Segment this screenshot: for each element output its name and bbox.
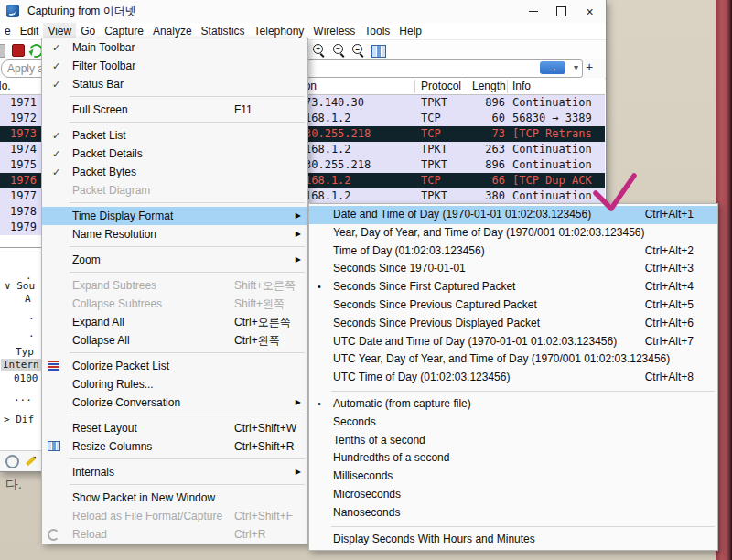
view-menu-item[interactable]: ✓ ▶ bbox=[42, 199, 307, 207]
view-menu-item[interactable]: ✓ Colorize Conversation ▶ bbox=[42, 393, 307, 412]
add-filter-button[interactable]: + bbox=[586, 59, 593, 74]
column-header-no[interactable]: No. bbox=[0, 80, 11, 92]
time-format-menu-item[interactable]: • Time of Day (01:02:03.123456) Ctrl+Alt… bbox=[309, 242, 717, 261]
view-menu-item[interactable]: ✓ ▶ bbox=[42, 93, 307, 101]
stop-capture-icon[interactable] bbox=[12, 44, 25, 57]
detail-fragment[interactable]: ∨ Sou bbox=[5, 280, 35, 292]
zoom-in-icon[interactable]: + bbox=[312, 44, 327, 59]
menubar-item[interactable]: Edit bbox=[16, 23, 44, 39]
zoom-out-icon[interactable]: − bbox=[332, 44, 347, 59]
menu-item-label: Full Screen bbox=[72, 103, 128, 116]
menubar-item[interactable]: Wireless bbox=[308, 23, 360, 39]
view-menu-item[interactable]: ✓ Reset Layout Ctrl+Shift+W ▶ bbox=[42, 419, 307, 437]
view-menu-item[interactable]: ✓ Coloring Rules... ▶ bbox=[42, 375, 307, 393]
time-format-menu-item[interactable]: • UTC Year, Day of Year, and Time of Day… bbox=[309, 350, 717, 369]
capture-comment-icon[interactable] bbox=[26, 457, 36, 466]
check-icon: ✓ bbox=[52, 38, 60, 57]
reload-icon bbox=[48, 529, 59, 541]
view-menu-item[interactable]: ✓ ▶ bbox=[42, 269, 307, 276]
time-format-menu-item[interactable]: • Milliseconds bbox=[309, 468, 717, 486]
time-format-menu-item[interactable]: • Seconds Since Previous Displayed Packe… bbox=[309, 315, 717, 333]
menubar-item[interactable]: Tools bbox=[360, 23, 394, 39]
view-menu-item[interactable]: ✓ Packet Bytes ▶ bbox=[42, 163, 307, 181]
menubar-item[interactable]: e bbox=[0, 23, 16, 39]
view-menu-item[interactable]: ✓ Reload as File Format/Capture Ctrl+Shi… bbox=[42, 507, 307, 525]
view-menu-item[interactable]: ✓ Zoom ▶ bbox=[42, 251, 307, 269]
time-format-menu-item[interactable]: • bbox=[309, 387, 717, 395]
view-menu-item[interactable]: ✓ ▶ bbox=[42, 350, 307, 357]
time-format-menu-item[interactable]: • Microseconds bbox=[309, 486, 717, 504]
time-format-menu-item[interactable]: • Seconds Since 1970-01-01 Ctrl+Alt+3 bbox=[309, 260, 717, 278]
packet-protocol: TCP bbox=[421, 173, 441, 188]
view-menu-item[interactable]: ✓ Colorize Packet List ▶ bbox=[42, 357, 307, 375]
time-format-menu-item[interactable]: • bbox=[309, 522, 717, 531]
menu-item-shortcut: Shift+왼쪽 bbox=[234, 295, 285, 313]
view-menu-item[interactable]: ✓ Expand Subtrees Shift+오른쪽 ▶ bbox=[42, 276, 307, 295]
view-menu-item[interactable]: ✓ ▶ bbox=[42, 243, 307, 251]
apply-filter-button[interactable]: → bbox=[540, 61, 565, 74]
time-format-menu-item[interactable]: • Seconds Since First Captured Packet Ct… bbox=[309, 278, 717, 296]
view-menu-item[interactable]: ✓ Main Toolbar ▶ bbox=[42, 38, 307, 57]
resize-columns-icon[interactable] bbox=[371, 45, 386, 58]
view-menu-item[interactable]: ✓ Expand All Ctrl+오른쪽 ▶ bbox=[42, 313, 307, 331]
minimize-button[interactable] bbox=[519, 0, 547, 23]
expert-info-icon[interactable] bbox=[5, 455, 19, 468]
view-menu-item[interactable]: ✓ Time Display Format ▶ bbox=[42, 207, 307, 225]
packet-info: Continuation bbox=[512, 157, 592, 173]
view-menu-item[interactable]: ✓ ▶ bbox=[42, 119, 307, 126]
detail-fragment[interactable]: . bbox=[28, 328, 35, 339]
packet-length: 380 bbox=[458, 188, 505, 204]
detail-fragment[interactable]: A bbox=[25, 293, 31, 305]
view-menu-item[interactable]: ✓ Collapse All Ctrl+왼쪽 ▶ bbox=[42, 331, 307, 350]
detail-fragment[interactable]: Typ bbox=[16, 346, 34, 358]
view-menu-item[interactable]: ✓ Name Resolution ▶ bbox=[42, 225, 307, 243]
detail-fragment[interactable]: ... bbox=[14, 392, 32, 404]
time-format-menu-item[interactable]: • Year, Day of Year, and Time of Day (19… bbox=[309, 224, 717, 242]
maximize-button[interactable] bbox=[547, 0, 576, 23]
menu-item-label: Packet Diagram bbox=[72, 184, 150, 197]
view-menu-item[interactable]: ✓ Show Packet in New Window ▶ bbox=[42, 489, 307, 507]
view-menu-item[interactable]: ✓ Packet Diagram ▶ bbox=[42, 181, 307, 199]
time-format-menu-item[interactable]: • Automatic (from capture file) bbox=[309, 395, 717, 414]
time-format-menu-item[interactable]: • Date and Time of Day (1970-01-01 01:02… bbox=[309, 206, 717, 224]
view-menu-item[interactable]: ✓ Resize Columns Ctrl+Shift+R ▶ bbox=[42, 437, 307, 456]
column-header-length[interactable]: Length bbox=[472, 80, 506, 92]
zoom-original-icon[interactable]: = bbox=[351, 44, 366, 59]
view-menu-item[interactable]: ✓ Packet List ▶ bbox=[42, 126, 307, 145]
view-menu-item[interactable]: ✓ ▶ bbox=[42, 456, 307, 463]
detail-fragment[interactable]: 0100 bbox=[14, 372, 38, 384]
menu-item-label: Main Toolbar bbox=[72, 41, 135, 54]
column-header-info[interactable]: Info bbox=[512, 80, 531, 92]
menu-item-shortcut: Ctrl+Alt+5 bbox=[645, 296, 694, 315]
view-menu-item[interactable]: ✓ Status Bar ▶ bbox=[42, 75, 307, 93]
filter-dropdown-caret-icon[interactable]: ▾ bbox=[574, 62, 578, 72]
menu-item-label: Nanoseconds bbox=[333, 506, 400, 519]
time-format-menu-item[interactable]: • Nanoseconds bbox=[309, 504, 717, 522]
detail-fragment[interactable]: . bbox=[28, 310, 35, 322]
view-menu-item[interactable]: ✓ Reload Ctrl+R ▶ bbox=[42, 525, 307, 544]
time-format-menu-item[interactable]: • Seconds Since Previous Captured Packet… bbox=[309, 296, 717, 315]
close-button[interactable]: × bbox=[576, 0, 604, 23]
detail-fragment[interactable]: Intern bbox=[1, 359, 41, 371]
view-menu-item[interactable]: ✓ ▶ bbox=[42, 481, 307, 489]
detail-fragment[interactable]: > Dif bbox=[4, 414, 34, 425]
time-format-menu-item[interactable]: • Hundredths of a second bbox=[309, 449, 717, 468]
time-format-menu-item[interactable]: • Tenths of a second bbox=[309, 432, 717, 450]
time-format-menu-item[interactable]: • Display Seconds With Hours and Minutes bbox=[309, 531, 717, 549]
view-menu-item[interactable]: ✓ Full Screen F11 ▶ bbox=[42, 101, 307, 119]
menu-item-label: Expand All bbox=[72, 316, 124, 328]
title-bar[interactable]: Capturing from 이더넷 × bbox=[0, 0, 606, 23]
view-menu-item[interactable]: ✓ Internals ▶ bbox=[42, 463, 307, 481]
column-header-protocol[interactable]: Protocol bbox=[421, 80, 461, 92]
view-menu-item[interactable]: ✓ ▶ bbox=[42, 412, 307, 419]
time-format-menu-item[interactable]: • UTC Time of Day (01:02:03.123456) Ctrl… bbox=[309, 369, 717, 387]
menu-item-label: Seconds Since Previous Captured Packet bbox=[333, 298, 537, 311]
menu-item-label: Reload bbox=[72, 528, 107, 541]
view-menu-item[interactable]: ✓ Collapse Subtrees Shift+왼쪽 ▶ bbox=[42, 295, 307, 313]
time-format-menu-item[interactable]: • Seconds bbox=[309, 414, 717, 432]
menu-item-label: Microseconds bbox=[333, 488, 401, 501]
menubar-item[interactable]: Help bbox=[394, 23, 426, 39]
time-format-menu-item[interactable]: • UTC Date and Time of Day (1970-01-01 0… bbox=[309, 333, 717, 351]
view-menu-item[interactable]: ✓ Filter Toolbar ▶ bbox=[42, 57, 307, 75]
view-menu-item[interactable]: ✓ Packet Details ▶ bbox=[42, 145, 307, 163]
